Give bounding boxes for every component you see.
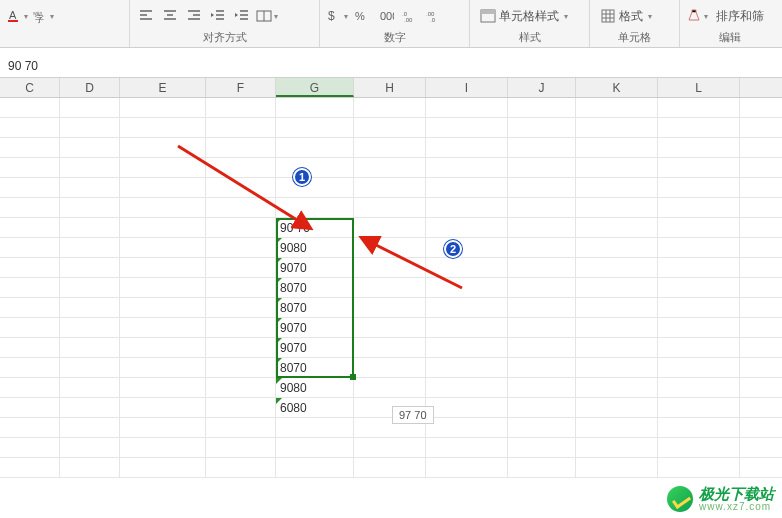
format-label: 格式	[619, 8, 643, 25]
cell-g3[interactable]: 9070	[276, 258, 354, 277]
svg-text:%: %	[355, 10, 365, 22]
table-row: 9070	[0, 258, 782, 278]
ribbon: A▾ wén字▾ ▾ 对齐方式 $▾ % 000 .0.00 .00.0 数字	[0, 0, 782, 48]
cell-tooltip: 97 70	[392, 406, 434, 424]
badge-1: 1	[293, 168, 311, 186]
cell-g6[interactable]: 9070	[276, 318, 354, 337]
svg-rect-1	[8, 20, 18, 22]
svg-text:.00: .00	[404, 17, 413, 23]
comma-style-icon[interactable]: 000	[376, 6, 396, 26]
ribbon-group-cells: 格式▾ 单元格	[590, 0, 680, 47]
watermark: 极光下载站 www.xz7.com	[667, 486, 774, 512]
cell-g5[interactable]: 8070	[276, 298, 354, 317]
cell-g2[interactable]: 9080	[276, 238, 354, 257]
watermark-icon	[667, 486, 693, 512]
svg-text:.0: .0	[430, 17, 436, 23]
formula-bar: 90 70	[0, 54, 782, 78]
group-label-font	[6, 45, 123, 47]
percent-icon[interactable]: %	[352, 6, 372, 26]
col-header-f[interactable]: F	[206, 78, 276, 97]
col-header-k[interactable]: K	[576, 78, 658, 97]
table-row: 9070	[0, 318, 782, 338]
align-center-icon[interactable]	[160, 6, 180, 26]
table-row: 9080	[0, 238, 782, 258]
ribbon-group-styles: 单元格样式▾ 样式	[470, 0, 590, 47]
col-header-l[interactable]: L	[658, 78, 740, 97]
group-label-cells: 单元格	[596, 30, 673, 47]
decrease-decimal-icon[interactable]: .00.0	[424, 6, 444, 26]
cell-styles-button[interactable]: 单元格样式▾	[476, 6, 572, 27]
svg-text:000: 000	[380, 10, 394, 22]
table-row: 8070	[0, 278, 782, 298]
col-header-d[interactable]: D	[60, 78, 120, 97]
col-header-h[interactable]: H	[354, 78, 426, 97]
table-row: 6080	[0, 398, 782, 418]
clear-icon[interactable]: ▾	[686, 6, 708, 26]
indent-decrease-icon[interactable]	[208, 6, 228, 26]
group-label-editing: 编辑	[686, 30, 774, 47]
grid-rows: 90 70 9080 9070 8070 8070 9070 9070 8070…	[0, 98, 782, 478]
watermark-name: 极光下载站	[699, 486, 774, 501]
col-header-g[interactable]: G	[276, 78, 354, 97]
column-headers: C D E F G H I J K L	[0, 78, 782, 98]
svg-text:$: $	[328, 9, 335, 23]
cell-g10[interactable]: 6080	[276, 398, 354, 417]
sort-label: 排序和筛	[716, 8, 764, 25]
svg-text:字: 字	[35, 14, 44, 24]
merge-cells-icon[interactable]: ▾	[256, 6, 278, 26]
cell-g1[interactable]: 90 70	[276, 218, 354, 237]
sort-filter-button[interactable]: 排序和筛	[712, 6, 768, 27]
table-row: 9070	[0, 338, 782, 358]
group-label-number: 数字	[326, 30, 463, 47]
increase-decimal-icon[interactable]: .0.00	[400, 6, 420, 26]
svg-rect-14	[602, 10, 614, 22]
cell-g8[interactable]: 8070	[276, 358, 354, 377]
badge-2: 2	[444, 240, 462, 258]
formula-input[interactable]: 90 70	[8, 54, 774, 78]
font-color-button[interactable]: A▾	[6, 6, 28, 26]
indent-increase-icon[interactable]	[232, 6, 252, 26]
table-row: 8070	[0, 358, 782, 378]
table-row: 90 70	[0, 218, 782, 238]
group-label-styles: 样式	[476, 30, 583, 47]
col-header-e[interactable]: E	[120, 78, 206, 97]
table-row: 9080	[0, 378, 782, 398]
currency-icon[interactable]: $▾	[326, 6, 348, 26]
ribbon-group-font: A▾ wén字▾	[0, 0, 130, 47]
svg-rect-13	[481, 10, 495, 14]
cell-g4[interactable]: 8070	[276, 278, 354, 297]
table-row: 8070	[0, 298, 782, 318]
align-right-icon[interactable]	[184, 6, 204, 26]
cell-g9[interactable]: 9080	[276, 378, 354, 397]
spreadsheet-grid[interactable]: C D E F G H I J K L 90 70 9080 9070 8070…	[0, 78, 782, 518]
align-left-icon[interactable]	[136, 6, 156, 26]
ribbon-group-editing: ▾ 排序和筛 编辑	[680, 0, 780, 47]
ribbon-group-align: ▾ 对齐方式	[130, 0, 320, 47]
cell-styles-label: 单元格样式	[499, 8, 559, 25]
col-header-i[interactable]: I	[426, 78, 508, 97]
cell-g7[interactable]: 9070	[276, 338, 354, 357]
watermark-url: www.xz7.com	[699, 501, 774, 512]
ribbon-group-number: $▾ % 000 .0.00 .00.0 数字	[320, 0, 470, 47]
col-header-c[interactable]: C	[0, 78, 60, 97]
group-label-align: 对齐方式	[136, 30, 313, 47]
pinyin-field-button[interactable]: wén字▾	[32, 6, 54, 26]
format-button[interactable]: 格式▾	[596, 6, 656, 27]
col-header-j[interactable]: J	[508, 78, 576, 97]
svg-text:A: A	[9, 9, 17, 21]
